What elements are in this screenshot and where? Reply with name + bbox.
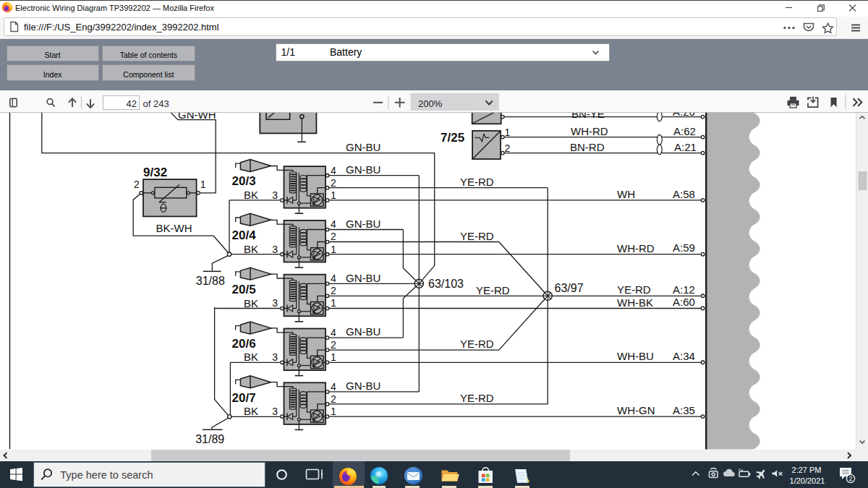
svg-text:A:26: A:26 xyxy=(673,113,695,118)
svg-text:A:59: A:59 xyxy=(673,241,695,254)
svg-text:WH-RD: WH-RD xyxy=(571,125,608,137)
svg-text:31/89: 31/89 xyxy=(195,433,224,445)
svg-text:YE-RD: YE-RD xyxy=(460,176,494,188)
svg-text:1: 1 xyxy=(505,127,511,138)
svg-text:20/7: 20/7 xyxy=(232,391,256,405)
svg-text:GN-WH: GN-WH xyxy=(178,113,216,121)
svg-text:7/25: 7/25 xyxy=(441,131,464,145)
svg-text:A:12: A:12 xyxy=(673,283,695,296)
svg-text:20/6: 20/6 xyxy=(232,337,256,351)
svg-text:YE-RD: YE-RD xyxy=(617,283,651,296)
svg-text:2: 2 xyxy=(134,179,140,190)
svg-text:1: 1 xyxy=(200,179,206,190)
svg-text:BN-YE: BN-YE xyxy=(571,113,605,120)
svg-text:20/3: 20/3 xyxy=(232,174,256,188)
svg-text:YE-RD: YE-RD xyxy=(460,338,494,350)
svg-text:20/4: 20/4 xyxy=(232,228,257,242)
svg-text:31/88: 31/88 xyxy=(196,275,225,287)
svg-text:A:35: A:35 xyxy=(673,404,695,416)
svg-text:A:21: A:21 xyxy=(674,141,697,153)
svg-text:20/5: 20/5 xyxy=(232,283,256,296)
svg-text:YE-RD: YE-RD xyxy=(476,284,510,296)
svg-text:WH-RD: WH-RD xyxy=(617,242,655,254)
svg-text:YE-RD: YE-RD xyxy=(460,392,494,404)
svg-text:BK-WH: BK-WH xyxy=(156,222,192,234)
svg-text:of 243: of 243 xyxy=(143,98,169,109)
svg-text:63/97: 63/97 xyxy=(555,282,584,294)
svg-text:BN-RD: BN-RD xyxy=(570,141,605,153)
svg-text:A:58: A:58 xyxy=(673,188,695,200)
svg-text:WH-BK: WH-BK xyxy=(617,296,653,309)
svg-text:A:60: A:60 xyxy=(673,296,695,308)
svg-text:A:34: A:34 xyxy=(673,350,695,362)
svg-text:42: 42 xyxy=(127,98,137,109)
svg-text:GN-BU: GN-BU xyxy=(346,141,380,153)
svg-text:2: 2 xyxy=(505,142,511,154)
svg-text:2: 2 xyxy=(848,475,852,482)
svg-text:WH-BU: WH-BU xyxy=(617,350,654,362)
svg-text:WH: WH xyxy=(617,188,635,200)
svg-text:YE-RD: YE-RD xyxy=(460,230,494,242)
svg-text:WH-GN: WH-GN xyxy=(617,404,655,416)
svg-text:9/32: 9/32 xyxy=(143,166,167,179)
svg-text:A:62: A:62 xyxy=(673,125,696,137)
svg-text:63/103: 63/103 xyxy=(428,278,464,290)
svg-text:200%: 200% xyxy=(418,98,443,109)
